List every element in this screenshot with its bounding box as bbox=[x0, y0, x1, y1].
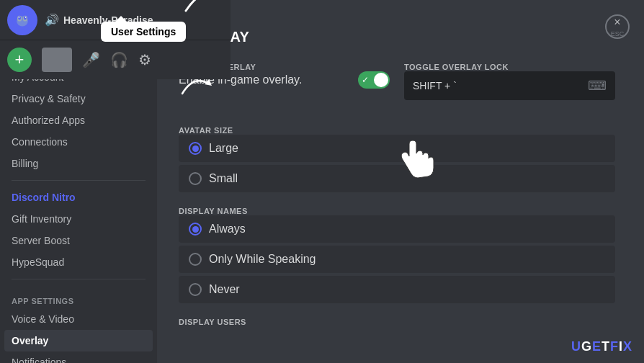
sidebar-item-voice-video[interactable]: Voice & Video bbox=[4, 308, 153, 330]
display-never-label: Never bbox=[209, 283, 240, 296]
display-always-radio bbox=[189, 223, 202, 236]
watermark-f: F bbox=[610, 339, 619, 354]
sidebar-item-gift-inventory[interactable]: Gift Inventory bbox=[4, 208, 153, 230]
watermark-e: E bbox=[592, 339, 601, 354]
avatar bbox=[42, 48, 72, 72]
server-logo bbox=[12, 10, 32, 30]
display-speaking-radio bbox=[189, 253, 202, 266]
close-icon: × bbox=[614, 16, 620, 29]
toggle-lock-label: TOGGLE OVERLAY LOCK bbox=[404, 63, 615, 71]
sidebar-item-discord-nitro[interactable]: Discord Nitro bbox=[4, 187, 153, 208]
watermark-text: UGETFIX bbox=[571, 339, 632, 354]
arrow-pointer-svg bbox=[179, 0, 222, 14]
avatar-small-label: Small bbox=[209, 172, 238, 185]
avatar-size-label: AVATAR SIZE bbox=[179, 126, 615, 135]
watermark: UGETFIX bbox=[571, 339, 632, 354]
display-never-radio bbox=[189, 283, 202, 296]
sidebar-item-connections[interactable]: Connections bbox=[4, 131, 153, 153]
watermark-x: X bbox=[623, 339, 632, 354]
add-server-button[interactable]: + bbox=[7, 48, 32, 72]
volume-icon: 🔊 bbox=[45, 13, 59, 27]
watermark-u: U bbox=[571, 339, 581, 354]
display-always-option[interactable]: Always bbox=[179, 215, 615, 243]
avatar-size-section: AVATAR SIZE Large Small bbox=[179, 126, 615, 192]
avatar-small-option[interactable]: Small bbox=[179, 165, 615, 192]
app-settings-section-label: APP SETTINGS bbox=[4, 285, 153, 308]
headphone-button[interactable]: 🎧 bbox=[110, 51, 128, 68]
shortcut-value: SHIFT + ` bbox=[413, 80, 457, 91]
overlay-top-row: ENABLE OVERLAY Enable in-game overlay. ✓… bbox=[179, 63, 615, 115]
sidebar-item-overlay[interactable]: Overlay bbox=[4, 330, 153, 351]
svg-point-7 bbox=[25, 17, 27, 18]
display-speaking-option[interactable]: Only While Speaking bbox=[179, 246, 615, 273]
avatar-small-radio bbox=[189, 172, 202, 185]
toggle-lock-section: TOGGLE OVERLAY LOCK SHIFT + ` ⌨ bbox=[404, 63, 615, 100]
mic-button[interactable]: 🎤 bbox=[82, 51, 100, 68]
esc-label: ESC bbox=[611, 30, 625, 37]
avatar-large-label: Large bbox=[209, 142, 238, 155]
watermark-g: G bbox=[581, 339, 592, 354]
display-never-option[interactable]: Never bbox=[179, 276, 615, 303]
tooltip-text: User Settings bbox=[111, 26, 176, 37]
toggle-check-icon: ✓ bbox=[362, 75, 369, 85]
sidebar-separator-2 bbox=[12, 279, 146, 279]
sidebar-item-server-boost[interactable]: Server Boost bbox=[4, 230, 153, 251]
tooltip-box: User Settings bbox=[101, 22, 186, 42]
sidebar-item-hypesquad[interactable]: HypeSquad bbox=[4, 251, 153, 273]
svg-point-5 bbox=[24, 16, 27, 19]
add-icon: + bbox=[15, 50, 24, 69]
page-title: OVERLAY bbox=[179, 29, 615, 45]
avatar-large-radio bbox=[189, 142, 202, 155]
display-names-section: DISPLAY NAMES Always Only While Speaking… bbox=[179, 207, 615, 303]
settings-gear-button[interactable]: ⚙ bbox=[138, 51, 151, 68]
toolbar: + 🎤 🎧 ⚙ bbox=[0, 40, 231, 79]
keyboard-icon: ⌨ bbox=[588, 78, 607, 94]
display-users-label: DISPLAY USERS bbox=[179, 318, 615, 326]
server-icon bbox=[7, 5, 37, 35]
display-speaking-label: Only While Speaking bbox=[209, 253, 316, 266]
close-button[interactable]: × ESC bbox=[605, 14, 630, 39]
sidebar-item-authorized-apps[interactable]: Authorized Apps bbox=[4, 109, 153, 131]
avatar-large-option[interactable]: Large bbox=[179, 135, 615, 162]
shortcut-box[interactable]: SHIFT + ` ⌨ bbox=[404, 71, 615, 100]
display-always-label: Always bbox=[209, 223, 246, 236]
sidebar-item-billing[interactable]: Billing bbox=[4, 153, 153, 174]
sidebar-item-notifications[interactable]: Notifications bbox=[4, 351, 153, 363]
display-names-label: DISPLAY NAMES bbox=[179, 207, 615, 215]
overlay-toggle[interactable]: ✓ bbox=[358, 71, 390, 89]
svg-point-6 bbox=[19, 17, 20, 18]
watermark-t: T bbox=[601, 339, 610, 354]
sidebar-separator-1 bbox=[12, 180, 146, 181]
tooltip-container: User Settings bbox=[101, 22, 186, 42]
svg-point-4 bbox=[18, 16, 21, 19]
sidebar-item-privacy-safety[interactable]: Privacy & Safety bbox=[4, 88, 153, 109]
